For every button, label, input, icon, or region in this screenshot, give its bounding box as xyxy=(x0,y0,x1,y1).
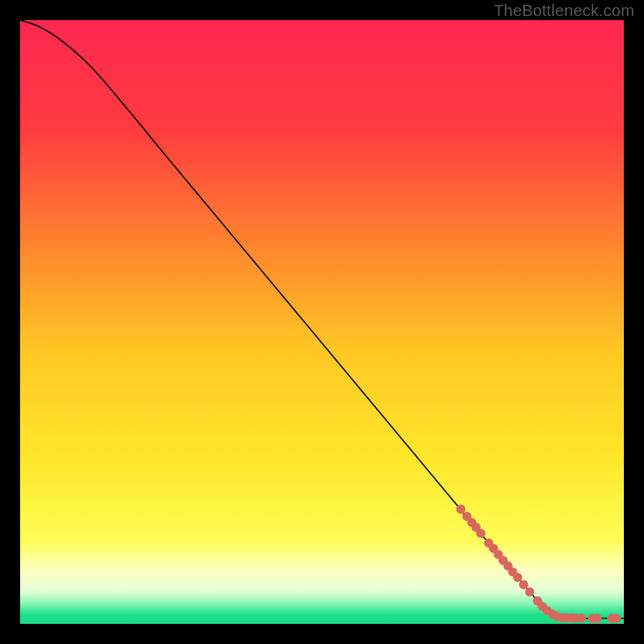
gradient-background xyxy=(20,20,624,624)
chart-stage: TheBottleneck.com xyxy=(0,0,644,644)
marker-dot xyxy=(612,614,621,623)
marker-dot xyxy=(477,529,485,538)
marker-dot xyxy=(513,573,522,582)
chart-svg xyxy=(20,20,624,624)
marker-dot xyxy=(577,613,586,622)
marker-dot xyxy=(456,505,465,514)
plot-area xyxy=(20,20,624,624)
marker-dot xyxy=(519,580,528,589)
marker-dot xyxy=(592,614,601,623)
marker-dot xyxy=(525,588,534,597)
watermark-label: TheBottleneck.com xyxy=(493,2,634,20)
